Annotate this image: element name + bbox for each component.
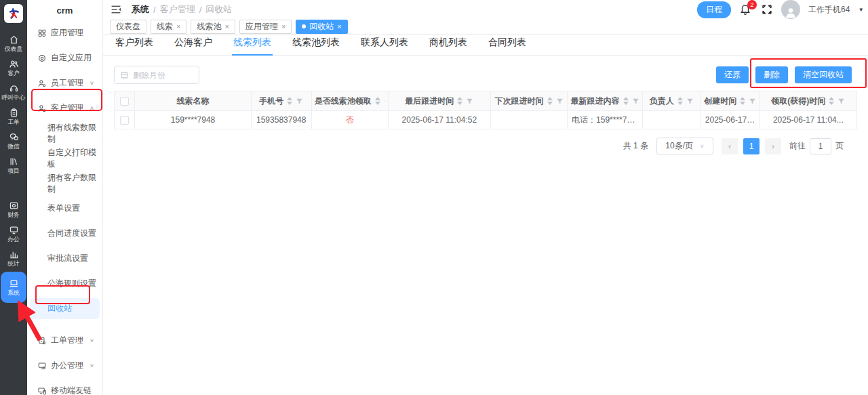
- sort-icon[interactable]: [623, 97, 629, 105]
- apps-grid-icon: [37, 28, 47, 38]
- sort-icon[interactable]: [287, 97, 292, 105]
- rail-item-office[interactable]: 办公: [0, 222, 27, 246]
- filter-funnel-icon[interactable]: [749, 98, 756, 105]
- mobile-link-icon: [37, 386, 47, 395]
- tab-lead-pool-list[interactable]: 线索池列表: [291, 37, 341, 55]
- delete-month-datepicker[interactable]: [114, 66, 199, 84]
- rail-item-dashboard[interactable]: 仪表盘: [0, 31, 27, 56]
- sidebar-item-custom-app[interactable]: 自定义应用: [27, 45, 102, 70]
- filter-funnel-icon[interactable]: [384, 98, 385, 105]
- sidebar-item-label: 应用管理: [51, 27, 83, 39]
- breadcrumb-root[interactable]: 系统: [132, 3, 149, 16]
- subitem-label: 公海规则设置: [47, 278, 96, 289]
- empty-recycle-bin-button[interactable]: 清空回收站: [795, 66, 852, 83]
- sidebar-item-office-management[interactable]: 办公管理 ∨: [27, 353, 102, 378]
- schedule-button[interactable]: 日程: [697, 1, 731, 18]
- sidebar-subitem-form-settings[interactable]: 表单设置: [27, 196, 102, 221]
- sidebar-item-label: 办公管理: [51, 360, 83, 371]
- restore-button[interactable]: 还原: [716, 66, 749, 83]
- sidebar-item-workorder-management[interactable]: 工单管理 ∨: [27, 328, 102, 353]
- rail-item-project[interactable]: 项目: [0, 153, 27, 178]
- tag-close-icon[interactable]: ×: [176, 22, 180, 30]
- tag-leads[interactable]: 线索 ×: [151, 20, 186, 34]
- stats-bars-icon: [9, 249, 19, 259]
- notification-bell[interactable]: 2: [739, 3, 753, 16]
- rail-item-label: 呼叫中心: [1, 94, 25, 101]
- sort-icon[interactable]: [740, 97, 745, 105]
- sidebar-collapse-icon[interactable]: [110, 3, 122, 16]
- row-select-cell: [115, 111, 135, 129]
- rail-item-wechat[interactable]: 微信: [0, 129, 27, 153]
- subitem-label: 合同进度设置: [47, 228, 96, 239]
- breadcrumb-node[interactable]: 客户管理: [160, 3, 195, 16]
- sort-icon[interactable]: [677, 97, 683, 105]
- app-logo[interactable]: [4, 4, 23, 23]
- delete-month-input[interactable]: [133, 70, 193, 80]
- page-size-select[interactable]: 10条/页 ∨: [656, 138, 713, 154]
- rail-item-system[interactable]: 系统: [1, 272, 26, 303]
- next-page-button[interactable]: ›: [765, 138, 781, 154]
- username-label[interactable]: 工作手机64: [808, 4, 850, 16]
- rail-item-finance[interactable]: 财务: [0, 197, 27, 222]
- select-all-checkbox[interactable]: [120, 97, 129, 106]
- tag-lead-pool[interactable]: 线索池 ×: [191, 20, 235, 34]
- tab-lead-list-active[interactable]: 线索列表: [232, 37, 273, 55]
- custom-app-gear-icon: [37, 54, 47, 63]
- rail-item-customers[interactable]: 客户: [0, 56, 27, 80]
- sidebar-subitem-contract-progress[interactable]: 合同进度设置: [27, 221, 102, 246]
- rail-item-stats[interactable]: 统计: [0, 246, 27, 270]
- table-row[interactable]: 159****7948 15935837948 否 2025-06-17 11:…: [115, 111, 857, 129]
- sidebar-subitem-approval-flow[interactable]: 审批流设置: [27, 246, 102, 271]
- filter-funnel-icon[interactable]: [632, 98, 639, 105]
- sidebar-item-customer-management[interactable]: 客户管理 ∧: [27, 96, 102, 121]
- column-label: 最新跟进内容: [571, 96, 620, 107]
- filter-funnel-icon[interactable]: [466, 98, 473, 105]
- user-dropdown-caret-icon[interactable]: ▾: [859, 6, 863, 13]
- tag-app-management[interactable]: 应用管理 ×: [239, 20, 292, 34]
- filter-funnel-icon[interactable]: [556, 98, 564, 105]
- delete-button[interactable]: 删除: [755, 66, 788, 83]
- tag-close-icon[interactable]: ×: [281, 22, 285, 30]
- column-label: 手机号: [259, 96, 283, 107]
- rail-item-call-center[interactable]: 呼叫中心: [0, 80, 27, 104]
- sidebar-subitem-lead-limit[interactable]: 拥有线索数限制: [27, 121, 102, 146]
- filter-funnel-icon[interactable]: [837, 98, 845, 105]
- tag-dashboard[interactable]: 仪表盘: [110, 20, 146, 34]
- fullscreen-icon[interactable]: [761, 3, 773, 16]
- tab-public-sea-customers[interactable]: 公海客户: [173, 37, 214, 55]
- avatar-person-icon: [784, 5, 797, 19]
- sort-icon[interactable]: [547, 97, 553, 105]
- tag-close-icon[interactable]: ×: [224, 22, 229, 30]
- page-number-active[interactable]: 1: [743, 138, 760, 154]
- tag-close-icon[interactable]: ×: [337, 22, 341, 30]
- sidebar-subitem-print-template[interactable]: 自定义打印模板: [27, 146, 102, 171]
- tag-recycle-bin-active[interactable]: 回收站 ×: [296, 20, 347, 34]
- sidebar-item-staff-management[interactable]: 员工管理 ∨: [27, 70, 102, 96]
- system-computer-icon: [9, 278, 19, 289]
- sort-icon[interactable]: [457, 97, 462, 105]
- cell-from-lead-pool: 否: [311, 111, 388, 129]
- user-avatar[interactable]: [781, 0, 800, 19]
- filter-funnel-icon[interactable]: [296, 98, 303, 105]
- rail-item-work-order[interactable]: 工单: [0, 104, 27, 129]
- sidebar-item-mobile-links[interactable]: 移动端友链: [27, 378, 102, 395]
- sort-icon[interactable]: [375, 97, 380, 105]
- sidebar-item-app-management[interactable]: 应用管理: [27, 20, 102, 45]
- sort-icon[interactable]: [829, 97, 834, 105]
- tab-contract-list[interactable]: 合同列表: [487, 37, 528, 55]
- tag-label: 仪表盘: [116, 21, 140, 33]
- cell-phone: 15935837948: [251, 111, 311, 129]
- row-checkbox[interactable]: [120, 116, 129, 125]
- sidebar-subitem-public-sea-rules[interactable]: 公海规则设置: [27, 271, 102, 296]
- sidebar-subitem-customer-limit[interactable]: 拥有客户数限制: [27, 171, 102, 196]
- sidebar-subitem-recycle-bin[interactable]: 回收站: [30, 298, 100, 319]
- tab-opportunity-list[interactable]: 商机列表: [428, 37, 469, 55]
- prev-page-button[interactable]: ‹: [722, 138, 738, 154]
- calendar-icon: [120, 70, 129, 79]
- cell-lead-name: 159****7948: [135, 111, 252, 129]
- tab-contact-list[interactable]: 联系人列表: [359, 37, 410, 55]
- goto-page-input[interactable]: [810, 138, 831, 154]
- toolbar: 还原 删除 清空回收站: [103, 56, 868, 84]
- filter-funnel-icon[interactable]: [686, 98, 694, 105]
- tab-customer-list[interactable]: 客户列表: [114, 37, 155, 55]
